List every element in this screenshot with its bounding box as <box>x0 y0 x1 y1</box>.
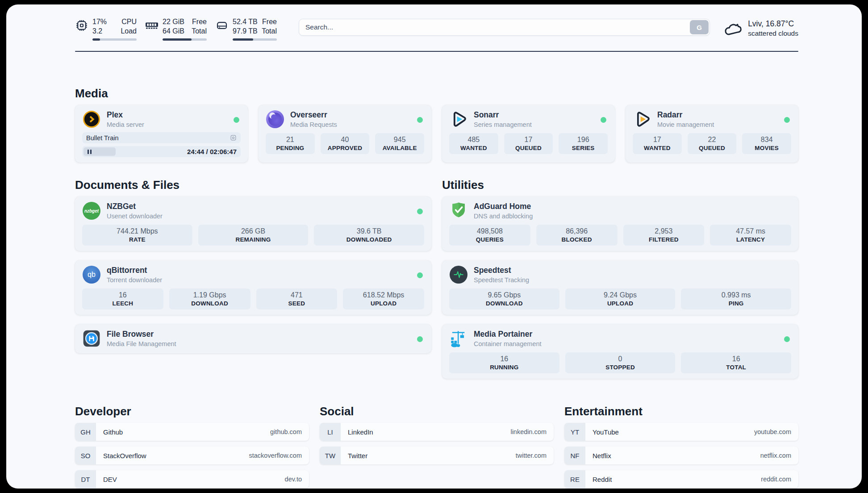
service-title: Sonarr <box>474 110 532 120</box>
weather-condition: scattered clouds <box>748 29 798 38</box>
stat-box: 485 WANTED <box>449 133 498 154</box>
bookmark-url: dev.to <box>285 476 302 483</box>
bookmark-netflix[interactable]: NF Netflix netflix.com <box>564 447 798 464</box>
stat-value: 0.993 ms <box>683 291 789 299</box>
cpu-label: CPU <box>121 17 137 27</box>
stat-label: DOWNLOAD <box>451 300 558 307</box>
stat-box: 0.993 ms PING <box>681 288 791 309</box>
service-card-qbittorrent[interactable]: qb qBittorrent Torrent downloader 16 LEE… <box>75 260 431 315</box>
service-card-overseerr[interactable]: Overseerr Media Requests 21 PENDING 40 A… <box>259 105 431 163</box>
playback-progress-row: 24:44 / 02:06:47 <box>82 146 241 157</box>
stat-value: 744.21 Mbps <box>84 227 191 235</box>
stat-box: 834 MOVIES <box>742 133 791 154</box>
status-online-dot <box>417 272 423 278</box>
service-title: Plex <box>107 110 144 120</box>
service-card-adguard[interactable]: AdGuard Home DNS and adblocking 498,508 … <box>442 196 798 251</box>
cpu-widget: 17% 3.2 CPU Load <box>75 16 137 41</box>
section-heading-entertainment: Entertainment <box>564 405 798 418</box>
search-provider-button[interactable]: G <box>690 20 709 34</box>
load-label: Load <box>121 27 137 36</box>
service-subtitle: Media File Management <box>107 340 176 347</box>
service-card-portainer[interactable]: Media Portainer Container management 16 … <box>442 324 798 379</box>
stat-box: 0 STOPPED <box>565 352 676 373</box>
memory-free-value: 22 GiB <box>163 17 184 27</box>
memory-progress-fill <box>163 38 192 41</box>
section-heading-media: Media <box>75 87 798 100</box>
overseerr-icon <box>266 110 284 128</box>
weather-widget: Lviv, 16.87°C scattered clouds <box>723 19 798 38</box>
bookmark-url: linkedin.com <box>510 428 547 435</box>
stat-label: FILTERED <box>625 236 703 243</box>
stat-value: 834 <box>744 135 789 144</box>
memory-widget: 22 GiB 64 GiB Free Total <box>145 16 207 41</box>
stat-label: WANTED <box>634 145 680 151</box>
bookmark-linkedin[interactable]: LI LinkedIn linkedin.com <box>320 423 554 441</box>
stat-label: LATENCY <box>712 236 789 243</box>
radarr-icon <box>633 110 651 129</box>
bookmark-name: Github <box>103 428 123 436</box>
status-online-dot <box>417 117 423 123</box>
stat-label: RATE <box>84 236 191 243</box>
bookmark-github[interactable]: GH Github github.com <box>75 423 309 441</box>
stat-value: 40 <box>322 135 368 144</box>
service-card-sonarr[interactable]: Sonarr Series management 485 WANTED 17 Q… <box>442 105 615 163</box>
stat-value: 618.52 Mbps <box>345 291 422 299</box>
topbar-divider <box>75 51 798 52</box>
stat-box: 498,508 QUERIES <box>449 225 530 246</box>
status-online-dot <box>417 336 423 342</box>
stat-value: 2,953 <box>625 227 703 235</box>
stat-box: 47.57 ms LATENCY <box>710 225 791 246</box>
weather-location-temp: Lviv, 16.87°C <box>748 19 798 29</box>
stat-box: 9.24 Gbps UPLOAD <box>565 288 676 309</box>
stat-label: REMAINING <box>200 236 307 243</box>
service-subtitle: Movie management <box>657 121 714 128</box>
service-card-plex[interactable]: Plex Media server Bullet Train 24:44 / 0… <box>75 105 248 163</box>
adguard-icon <box>449 201 468 220</box>
stat-box: 17 QUEUED <box>504 133 553 154</box>
bookmark-dev[interactable]: DT DEV dev.to <box>75 470 309 488</box>
search-input[interactable] <box>299 23 690 31</box>
service-title: Speedtest <box>474 266 529 275</box>
bookmark-abbr: NF <box>564 447 585 464</box>
status-online-dot <box>417 209 423 214</box>
stat-label: SEED <box>258 300 336 307</box>
bookmark-youtube[interactable]: YT YouTube youtube.com <box>564 423 798 441</box>
cpu-usage-value: 17% <box>92 17 107 27</box>
stat-value: 471 <box>258 291 336 299</box>
stat-box: 16 RUNNING <box>449 352 559 373</box>
service-card-radarr[interactable]: Radarr Movie management 17 WANTED 22 QUE… <box>626 105 798 163</box>
section-heading-documents: Documents & Files <box>75 178 431 192</box>
bookmark-name: DEV <box>103 476 117 483</box>
sonarr-icon <box>449 110 468 129</box>
bookmark-abbr: LI <box>320 423 341 441</box>
bookmark-reddit[interactable]: RE Reddit reddit.com <box>564 470 798 488</box>
service-card-speedtest[interactable]: Speedtest Speedtest Tracking 9.65 Gbps D… <box>442 260 798 315</box>
stat-box: 196 SERIES <box>559 133 608 154</box>
stat-box: 945 AVAILABLE <box>375 133 424 154</box>
disk-progress-fill <box>233 38 253 41</box>
stat-label: DOWNLOADED <box>316 236 422 243</box>
status-online-dot <box>784 336 790 342</box>
stat-value: 16 <box>683 355 789 363</box>
service-card-filebrowser[interactable]: File Browser Media File Management <box>75 324 431 353</box>
status-online-dot <box>601 117 606 123</box>
stat-label: UPLOAD <box>345 300 422 307</box>
bookmark-name: LinkedIn <box>348 428 373 436</box>
bookmark-abbr: RE <box>564 470 585 488</box>
disk-progress-bar <box>233 38 277 41</box>
bookmark-url: youtube.com <box>754 428 791 435</box>
bookmark-twitter[interactable]: TW Twitter twitter.com <box>320 447 554 464</box>
stat-value: 16 <box>84 291 162 299</box>
service-title: AdGuard Home <box>474 202 533 211</box>
stat-label: RUNNING <box>451 364 558 371</box>
bookmark-stackoverflow[interactable]: SO StackOverflow stackoverflow.com <box>75 447 309 464</box>
bookmark-name: Reddit <box>593 476 612 483</box>
bookmark-abbr: DT <box>75 470 96 488</box>
stat-box: 16 LEECH <box>82 288 163 309</box>
section-heading-social: Social <box>320 405 554 418</box>
video-icon <box>230 134 237 141</box>
memory-total-label: Total <box>192 27 207 36</box>
service-subtitle: Usenet downloader <box>107 213 163 220</box>
service-title: Overseerr <box>290 110 337 120</box>
service-card-nzbget[interactable]: nzbget NZBGet Usenet downloader 744.21 M… <box>75 196 431 251</box>
